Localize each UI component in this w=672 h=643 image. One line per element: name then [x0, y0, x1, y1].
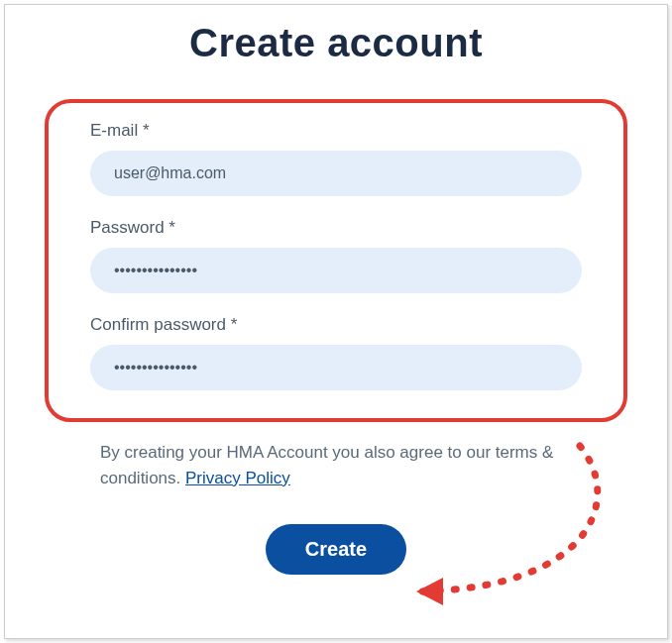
highlighted-form-section: E-mail * Password * Confirm password * [45, 99, 627, 422]
content-container: Create account E-mail * Password * Confi… [5, 5, 667, 575]
email-field-group: E-mail * [90, 121, 582, 196]
card-frame: Create account E-mail * Password * Confi… [4, 4, 668, 639]
page-title: Create account [64, 21, 608, 65]
create-button[interactable]: Create [266, 524, 406, 575]
consent-text: By creating your HMA Account you also ag… [100, 440, 588, 490]
confirm-password-field-group: Confirm password * [90, 315, 582, 390]
confirm-password-input[interactable] [90, 345, 582, 390]
confirm-password-label: Confirm password * [90, 315, 582, 335]
svg-marker-0 [416, 578, 443, 605]
password-label: Password * [90, 218, 582, 238]
password-field-group: Password * [90, 218, 582, 293]
email-label: E-mail * [90, 121, 582, 141]
consent-prefix: By creating your HMA Account you also ag… [100, 443, 553, 487]
email-input[interactable] [90, 151, 582, 196]
button-row: Create [64, 524, 608, 575]
password-input[interactable] [90, 248, 582, 293]
privacy-policy-link[interactable]: Privacy Policy [185, 469, 290, 487]
